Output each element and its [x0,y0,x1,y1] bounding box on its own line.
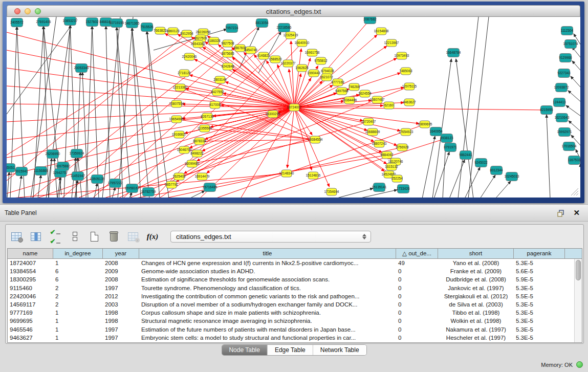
table-cell[interactable]: 9465546 [8,325,53,334]
selected-node[interactable]: 19654985 [169,116,184,123]
table-cell[interactable]: 9699695 [8,317,53,325]
selected-node[interactable]: 9756928 [396,144,409,151]
table-cell[interactable]: Genome-wide association studies in ADHD. [139,267,396,275]
canvas-resize-handle[interactable] [571,188,578,195]
table-cell[interactable]: Corpus callosum shape and size in male p… [139,309,396,317]
selected-node[interactable]: 16543362 [191,40,206,48]
row-options-button[interactable] [68,230,81,243]
table-cell[interactable]: Franke et al. (2009) [438,267,514,275]
table-row[interactable]: 946362711997Embryonic stem cells: a mode… [8,334,582,342]
table-row[interactable]: 911546021997Tourette syndrome. Phenomeno… [8,284,582,292]
selected-node[interactable]: 1621072 [320,74,333,81]
selected-node[interactable]: 15124816 [306,172,321,179]
scrollbar-thumb[interactable] [576,260,581,280]
selected-node[interactable]: 13220377 [281,60,296,67]
table-cell[interactable]: 5.3E-5 [514,325,565,334]
selected-node[interactable]: 10807554 [169,100,184,107]
node[interactable]: 16648784 [446,49,461,57]
selected-node[interactable]: 8267130 [201,113,214,120]
selected-node[interactable]: 10807487 [370,96,385,103]
node[interactable]: 10853237 [63,17,78,26]
node[interactable]: 17957222 [108,179,123,188]
table-cell[interactable]: 5.6E-5 [514,267,565,275]
table-row[interactable]: 946554611997Estimation of the future num… [8,325,582,334]
float-panel-icon[interactable] [556,209,565,218]
select-column-button[interactable] [29,230,42,243]
table-cell[interactable]: Wolkin et al. (1998) [438,317,514,325]
table-cell[interactable]: 5.3E-5 [514,300,565,309]
node[interactable]: 7515526 [140,23,154,32]
table-cell[interactable]: Nakamura et al. (1997) [438,325,514,334]
node[interactable]: 8215955 [540,106,553,115]
delete-table-button[interactable]: x [126,230,140,243]
table-cell[interactable]: Estimation of the future numbers of pati… [139,325,396,334]
close-panel-icon[interactable]: ✕ [573,208,580,217]
function-builder-button[interactable]: f(x) [146,230,159,243]
selected-node[interactable]: 12148340 [279,170,294,177]
node[interactable]: 9862441 [459,151,472,160]
node[interactable]: 835051 [7,164,15,172]
selected-node[interactable]: 252254 [391,175,403,182]
selected-node[interactable]: 10899695 [418,121,432,128]
node[interactable]: 12093872 [554,83,569,92]
selected-node[interactable]: 1990443 [307,70,320,77]
table-cell[interactable]: Changes of HCN gene expression and I(f) … [139,259,396,267]
table-cell[interactable]: 0 [396,284,438,292]
table-cell[interactable]: 2008 [103,259,139,267]
selected-node[interactable]: 9827508 [221,40,234,47]
table-cell[interactable]: Tibbo et al. (1998) [438,309,514,317]
selected-node[interactable]: 1962625 [295,64,309,72]
node[interactable]: 15135141 [372,183,387,192]
tab-network-table[interactable]: Network Table [313,345,366,355]
table-row[interactable]: 977716911998Corpus callosum shape and si… [8,309,582,317]
table-settings-button[interactable] [10,230,23,243]
selected-node[interactable]: 8878334 [193,138,206,145]
table-cell[interactable]: 6 [53,275,103,283]
selected-node[interactable]: 9242848 [221,63,234,70]
column-header-year[interactable]: year [103,249,139,258]
table-cell[interactable]: 0 [396,267,438,275]
selected-node[interactable]: 12325419 [284,32,298,39]
table-cell[interactable]: 2003 [103,300,139,309]
selected-node[interactable]: 1588520 [269,56,282,63]
column-header-in_degree[interactable]: in_degree [53,249,103,258]
node[interactable]: 17016504 [562,142,577,151]
memory-status-dot[interactable] [576,361,583,368]
node[interactable]: 1527602 [85,18,99,27]
selected-node[interactable]: 3624554 [358,90,372,97]
node[interactable]: 15992971 [557,128,572,137]
node[interactable]: 2087682 [363,17,377,24]
selected-node[interactable]: 8427552 [211,89,224,96]
selected-node[interactable]: 8860123 [166,28,180,35]
table-cell[interactable]: 1 [53,309,103,317]
selected-node[interactable]: 9463627 [403,99,416,106]
table-cell[interactable]: 2 [53,300,103,309]
node[interactable]: 13505135 [90,175,105,184]
selected-node[interactable]: 9857791 [165,181,178,188]
column-header-name[interactable]: name [8,249,53,258]
table-cell[interactable]: 1997 [103,284,139,292]
node[interactable]: 7957224 [225,24,238,33]
node[interactable]: 3915941 [15,167,28,176]
table-cell[interactable]: 6 [53,267,103,275]
table-cell[interactable]: 5.5E-5 [514,292,565,300]
table-cell[interactable]: 22420046 [8,292,53,300]
selected-node[interactable]: 1615132 [385,163,398,170]
column-header-title[interactable]: title [139,249,396,258]
selected-node[interactable]: 8498222 [190,150,204,157]
table-cell[interactable]: 5.3E-5 [514,284,565,292]
selected-node[interactable]: 17654923 [399,128,413,136]
selected-node[interactable]: 10688609 [365,128,380,136]
selected-node[interactable]: 2803144 [213,76,227,83]
selected-node[interactable]: 17354694 [324,188,339,195]
table-cell[interactable]: Estimation of significance thresholds fo… [139,275,396,283]
selected-node[interactable]: 12975115 [402,83,417,90]
table-cell[interactable]: de Silva et al. (2003) [438,300,514,309]
table-cell[interactable]: 49 [396,259,438,267]
table-cell[interactable]: Jankovic et al. (1997) [438,284,514,292]
table-cell[interactable]: 1 [53,259,103,267]
table-cell[interactable]: 1 [53,317,103,325]
table-cell[interactable]: Investigating the contribution of common… [139,292,396,300]
selected-node[interactable]: 9884067 [380,151,394,159]
node[interactable]: 2405572 [10,18,24,27]
